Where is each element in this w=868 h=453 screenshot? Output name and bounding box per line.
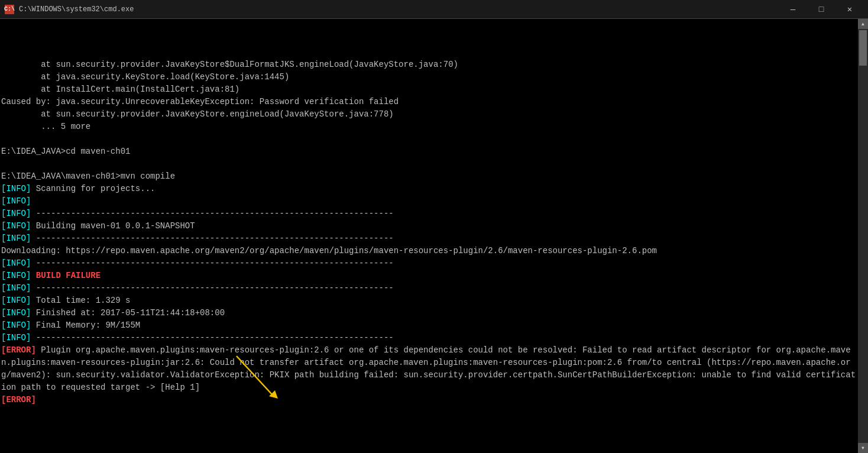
terminal-line: [INFO] bbox=[1, 195, 857, 208]
terminal-line: [INFO] ---------------------------------… bbox=[1, 282, 857, 295]
scroll-down-button[interactable]: ▼ bbox=[858, 443, 868, 453]
terminal-line: at InstallCert.main(InstallCert.java:81) bbox=[1, 83, 857, 96]
terminal-line: at sun.security.provider.JavaKeyStore.en… bbox=[1, 108, 857, 121]
terminal-line: E:\IDEA_JAVA\maven-ch01>mvn compile bbox=[1, 170, 857, 183]
terminal-line: [INFO] Building maven-01 0.0.1-SNAPSHOT bbox=[1, 220, 857, 232]
title-bar: C:\ C:\WINDOWS\system32\cmd.exe — □ ✕ bbox=[0, 0, 868, 19]
terminal-line: at java.security.KeyStore.load(KeyStore.… bbox=[1, 71, 857, 83]
terminal-line: [INFO] ---------------------------------… bbox=[1, 232, 857, 245]
terminal-line: Caused by: java.security.UnrecoverableKe… bbox=[1, 96, 857, 108]
terminal-line: [INFO] ---------------------------------… bbox=[1, 332, 857, 344]
terminal-line: ... 5 more bbox=[1, 121, 857, 133]
terminal-output[interactable]: at sun.security.provider.JavaKeyStore$Du… bbox=[0, 19, 858, 453]
scroll-thumb[interactable] bbox=[859, 30, 867, 66]
terminal-line bbox=[1, 158, 857, 170]
terminal-line: [INFO] Scanning for projects... bbox=[1, 183, 857, 195]
terminal-line: [INFO] ---------------------------------… bbox=[1, 208, 857, 220]
icon-label: C:\ bbox=[4, 6, 15, 12]
app-icon: C:\ bbox=[5, 5, 14, 14]
scroll-up-button[interactable]: ▲ bbox=[858, 19, 868, 29]
scroll-track[interactable] bbox=[858, 29, 868, 443]
minimize-button[interactable]: — bbox=[779, 0, 807, 19]
terminal-line: [INFO] Final Memory: 9M/155M bbox=[1, 319, 857, 332]
terminal-line: E:\IDEA_JAVA>cd maven-ch01 bbox=[1, 145, 857, 158]
terminal-line: at sun.security.provider.JavaKeyStore$Du… bbox=[1, 59, 857, 71]
terminal-line bbox=[1, 133, 857, 145]
terminal-line: Downloading: https://repo.maven.apache.o… bbox=[1, 245, 857, 257]
terminal-content: at sun.security.provider.JavaKeyStore$Du… bbox=[0, 19, 868, 453]
cmd-window: C:\ C:\WINDOWS\system32\cmd.exe — □ ✕ at… bbox=[0, 0, 868, 453]
window-controls: — □ ✕ bbox=[779, 0, 863, 19]
scrollbar[interactable]: ▲ ▼ bbox=[858, 19, 868, 453]
terminal-line: [INFO] BUILD FAILURE bbox=[1, 270, 857, 282]
terminal-line: [INFO] ---------------------------------… bbox=[1, 257, 857, 270]
window-title: C:\WINDOWS\system32\cmd.exe bbox=[19, 5, 779, 14]
close-button[interactable]: ✕ bbox=[836, 0, 863, 19]
terminal-line: [INFO] Finished at: 2017-05-11T21:44:18+… bbox=[1, 307, 857, 319]
terminal-line: [ERROR] bbox=[1, 394, 857, 406]
terminal-line: [INFO] Total time: 1.329 s bbox=[1, 295, 857, 307]
terminal-line: [ERROR] Plugin org.apache.maven.plugins:… bbox=[1, 344, 857, 394]
maximize-button[interactable]: □ bbox=[808, 0, 835, 19]
